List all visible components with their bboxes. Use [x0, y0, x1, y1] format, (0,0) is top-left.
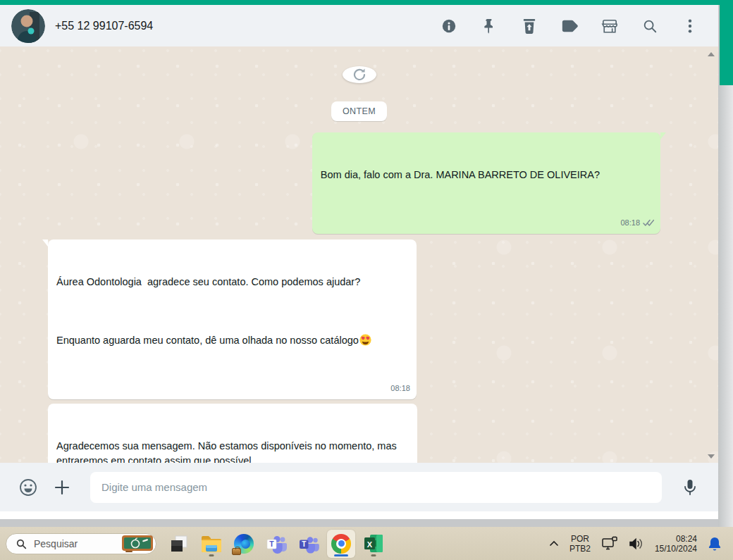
monitor-plug-icon[interactable]: [601, 536, 618, 552]
message-time: 08:18: [620, 216, 640, 230]
taskbar-apps: T T X: [165, 530, 388, 558]
app-teams-classic[interactable]: T: [262, 530, 290, 558]
speaker-icon[interactable]: [629, 537, 644, 550]
svg-text:T: T: [302, 540, 306, 548]
svg-text:T: T: [269, 540, 274, 548]
chevron-up-icon[interactable]: [549, 540, 559, 547]
message-text: Agradecemos sua mensagem. Não estamos di…: [56, 439, 407, 463]
system-tray: POR PTB2 08:24 15/10/2024: [549, 534, 726, 554]
message-incoming[interactable]: Áurea Odontologia agradece seu contato. …: [48, 239, 417, 399]
info-icon[interactable]: [441, 18, 457, 35]
windows-taskbar: Pesquisar: [0, 527, 733, 560]
message-time: 08:18: [390, 381, 410, 396]
message-input[interactable]: [90, 472, 662, 503]
contact-avatar[interactable]: [11, 9, 45, 43]
language-indicator[interactable]: POR PTB2: [569, 534, 591, 554]
message-outgoing[interactable]: Bom dia, falo com a Dra. MARINA BARRETO …: [312, 132, 660, 234]
heart-eyes-emoji: [359, 334, 371, 346]
app-excel[interactable]: X: [359, 530, 388, 558]
avatar-photo: [11, 9, 45, 43]
message-meta: 08:18: [620, 216, 654, 230]
pin-icon[interactable]: [481, 18, 498, 35]
double-check-icon: [643, 219, 654, 227]
message-line2: Enquanto aguarda meu contato, dê uma olh…: [56, 333, 371, 348]
whatsapp-window: +55 12 99107-6594: [0, 5, 718, 519]
trash-archive-icon[interactable]: [521, 18, 538, 35]
running-indicator: [209, 554, 214, 556]
work-badge-icon: [232, 548, 241, 555]
search-placeholder: Pesquisar: [34, 538, 114, 549]
date-separator-yesterday: ONTEM: [331, 101, 387, 121]
scrollbar-down-arrow[interactable]: [708, 454, 715, 459]
desktop-edge: [718, 85, 733, 527]
active-indicator: [334, 554, 348, 556]
refresh-icon: [351, 66, 368, 83]
microphone-icon[interactable]: [680, 478, 700, 497]
contact-phone-title[interactable]: +55 12 99107-6594: [55, 20, 153, 32]
chalkboard-apple-doodle: [121, 535, 154, 553]
svg-text:X: X: [367, 540, 373, 549]
load-more-button[interactable]: [343, 66, 376, 83]
message-incoming[interactable]: Agradecemos sua mensagem. Não estamos di…: [48, 404, 417, 463]
emoji-smiley-icon[interactable]: [18, 478, 38, 497]
edge-icon: [234, 534, 254, 554]
scrollbar-up-arrow[interactable]: [708, 52, 715, 56]
search-icon[interactable]: [641, 18, 658, 35]
message-meta: 08:18: [390, 381, 410, 396]
tray-time: 08:24: [655, 534, 697, 544]
clock[interactable]: 08:24 15/10/2024: [655, 534, 697, 554]
teal-right-strip: [720, 0, 733, 85]
plus-attach-icon[interactable]: [52, 478, 72, 497]
taskbar-search[interactable]: Pesquisar: [6, 533, 156, 554]
keyboard-layout: PTB2: [569, 544, 591, 554]
chrome-icon: [331, 534, 351, 554]
language-code: POR: [569, 534, 591, 544]
kebab-menu-icon[interactable]: [682, 18, 698, 35]
running-indicator: [371, 554, 376, 556]
app-file-explorer[interactable]: [197, 530, 226, 558]
screen: +55 12 99107-6594: [0, 0, 733, 560]
app-stacked-squares[interactable]: [165, 530, 193, 558]
chat-area: ONTEM Bom dia, falo com a Dra. MARINA BA…: [0, 46, 718, 463]
tray-date: 15/10/2024: [655, 544, 697, 554]
app-edge-work-profile[interactable]: [230, 530, 258, 558]
app-teams[interactable]: T: [295, 530, 323, 558]
label-icon[interactable]: [561, 18, 578, 35]
search-icon: [16, 538, 27, 549]
message-composer: [0, 463, 718, 511]
notification-bell-icon[interactable]: [708, 536, 722, 552]
teal-top-strip: [0, 0, 733, 5]
chat-header: +55 12 99107-6594: [0, 5, 718, 46]
message-line1: Áurea Odontologia agradece seu contato. …: [56, 275, 371, 290]
app-chrome[interactable]: [327, 530, 355, 558]
header-actions: [441, 18, 698, 35]
message-text: Bom dia, falo com a Dra. MARINA BARRETO …: [321, 168, 600, 182]
storefront-icon[interactable]: [601, 18, 618, 35]
